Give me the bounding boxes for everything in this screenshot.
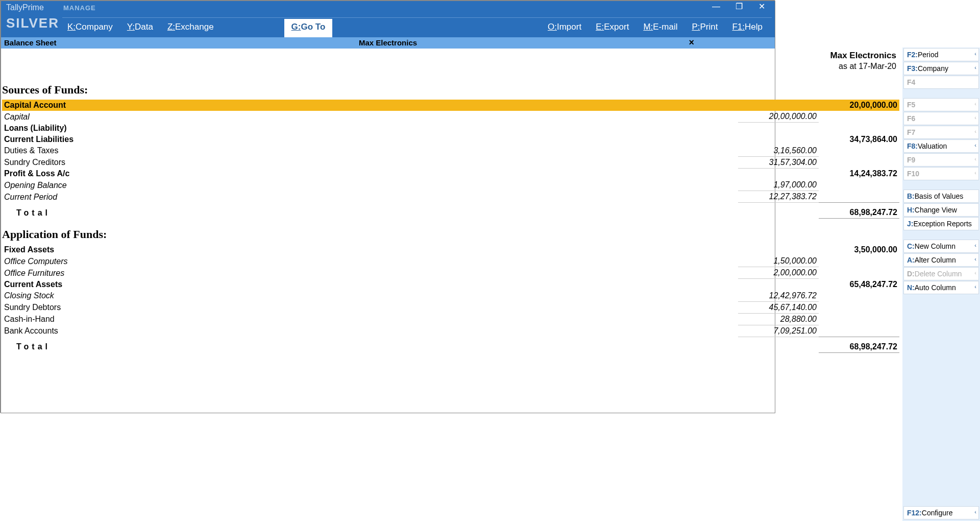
- window-controls: — ❐ ✕: [706, 1, 772, 12]
- menu-exchange[interactable]: Z:Exchange: [162, 18, 223, 37]
- row-capital-account[interactable]: Capital Account 20,00,000.00: [2, 100, 775, 111]
- close-icon[interactable]: ✕: [751, 1, 772, 12]
- row-application-total: Total 68,98,247.72: [2, 337, 775, 352]
- minimize-icon[interactable]: —: [706, 1, 726, 12]
- row-sundry-creditors[interactable]: Sundry Creditors 31,57,304.00: [2, 156, 775, 168]
- sub-title-bar: Balance Sheet Max Electronics ×: [1, 37, 775, 49]
- sources-table: Capital Account 20,00,000.00 Capital 20,…: [2, 100, 775, 219]
- row-current-period[interactable]: Current Period 12,27,383.72: [2, 191, 775, 203]
- subbar-company: Max Electronics: [1, 38, 775, 47]
- row-opening-balance[interactable]: Opening Balance 1,97,000.00: [2, 179, 775, 191]
- title-bar: TallyPrime SILVER MANAGE — ❐ ✕ K:Company…: [1, 1, 775, 37]
- menu-help[interactable]: F1:Help: [727, 18, 772, 37]
- app-edition: SILVER: [6, 15, 59, 31]
- row-sundry-debtors[interactable]: Sundry Debtors 45,67,140.00: [2, 301, 775, 313]
- menu-goto[interactable]: G:Go To: [284, 19, 333, 37]
- report-body: Max Electronics as at 17-Mar-20 Sources …: [1, 48, 775, 413]
- row-closing-stock[interactable]: Closing Stock 12,42,976.72: [2, 290, 775, 302]
- main-menu: K:Company Y:Data Z:Exchange G:Go To O:Im…: [62, 17, 772, 37]
- row-loans[interactable]: Loans (Liability): [2, 123, 775, 134]
- row-current-assets[interactable]: Current Assets 65,48,247.72: [2, 279, 775, 290]
- section-sources: Sources of Funds:: [2, 83, 775, 97]
- menu-import[interactable]: O:Import: [543, 18, 591, 37]
- menu-data[interactable]: Y:Data: [122, 18, 162, 37]
- row-bank-accounts[interactable]: Bank Accounts 7,09,251.00: [2, 325, 775, 337]
- row-cash-in-hand[interactable]: Cash-in-Hand 28,880.00: [2, 313, 775, 325]
- maximize-icon[interactable]: ❐: [729, 1, 749, 12]
- row-current-liabilities[interactable]: Current Liabilities 34,73,864.00: [2, 134, 775, 145]
- menu-company[interactable]: K:Company: [62, 18, 122, 37]
- menu-print[interactable]: P:Print: [687, 18, 727, 37]
- manage-label[interactable]: MANAGE: [63, 4, 96, 12]
- row-fixed-assets[interactable]: Fixed Assets 3,50,000.00: [2, 244, 775, 255]
- row-office-furnitures[interactable]: Office Furnitures 2,00,000.00: [2, 267, 775, 279]
- row-pl[interactable]: Profit & Loss A/c 14,24,383.72: [2, 168, 775, 179]
- row-office-computers[interactable]: Office Computers 1,50,000.00: [2, 255, 775, 267]
- section-application: Application of Funds:: [2, 228, 775, 241]
- application-table: Fixed Assets 3,50,000.00 Office Computer…: [2, 244, 775, 353]
- menu-email[interactable]: M:E-mail: [638, 18, 687, 37]
- close-report-icon[interactable]: ×: [689, 37, 694, 48]
- menu-export[interactable]: E:Export: [591, 18, 638, 37]
- row-duties-taxes[interactable]: Duties & Taxes 3,16,560.00: [2, 145, 775, 157]
- row-capital[interactable]: Capital 20,00,000.00: [2, 111, 775, 123]
- app-name: TallyPrime: [6, 3, 44, 12]
- row-sources-total: Total 68,98,247.72: [2, 203, 775, 219]
